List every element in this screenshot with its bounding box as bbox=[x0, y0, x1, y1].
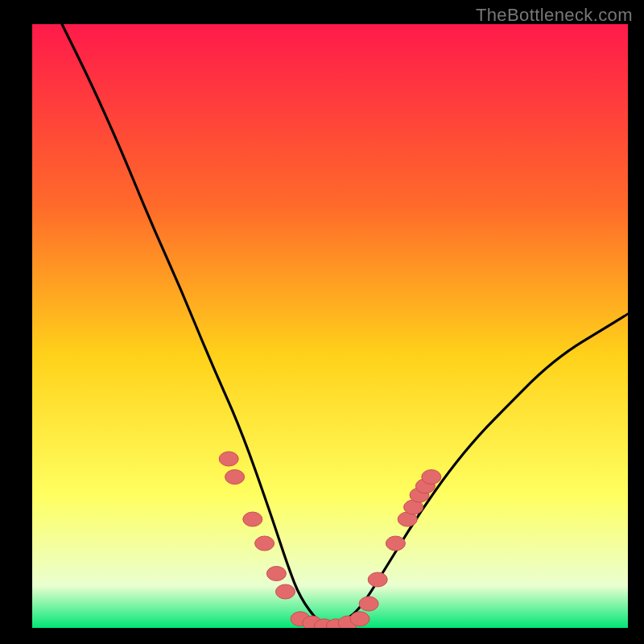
right-branch-dot bbox=[422, 470, 441, 485]
watermark-text: TheBottleneck.com bbox=[476, 5, 633, 26]
right-branch-dot bbox=[368, 572, 387, 587]
left-branch-dot bbox=[255, 536, 275, 551]
left-branch-dot bbox=[225, 470, 245, 485]
chart-frame: TheBottleneck.com bbox=[0, 0, 644, 644]
plot-area bbox=[32, 24, 628, 628]
chart-svg bbox=[32, 24, 628, 628]
right-branch-dot bbox=[386, 536, 405, 551]
left-branch-dot bbox=[266, 567, 286, 581]
right-branch-dot bbox=[359, 597, 378, 611]
valley-dot bbox=[350, 612, 369, 626]
left-branch-dot bbox=[219, 452, 238, 466]
left-branch-dot bbox=[276, 584, 295, 599]
left-branch-dot bbox=[243, 512, 262, 526]
gradient-bg bbox=[32, 24, 628, 628]
